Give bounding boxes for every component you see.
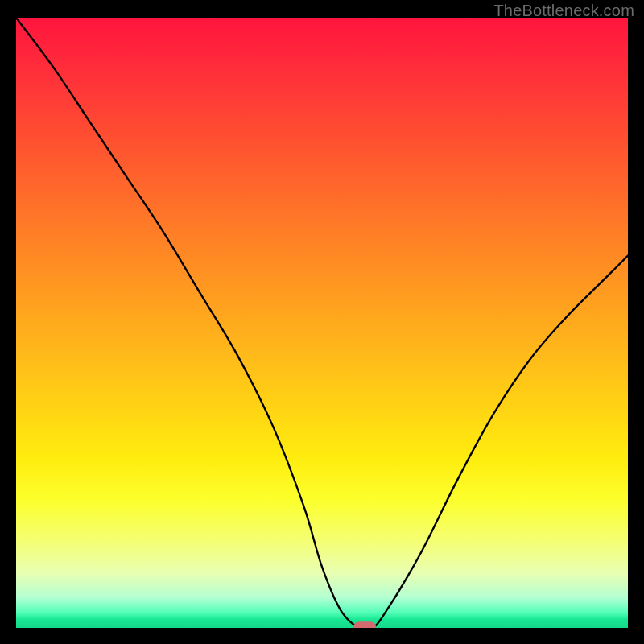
curve-svg (16, 18, 628, 628)
bottleneck-marker (353, 621, 376, 628)
chart-frame: TheBottleneck.com (0, 0, 644, 644)
bottleneck-curve-path (16, 18, 628, 628)
watermark-text: TheBottleneck.com (493, 2, 634, 20)
plot-area (16, 18, 628, 628)
